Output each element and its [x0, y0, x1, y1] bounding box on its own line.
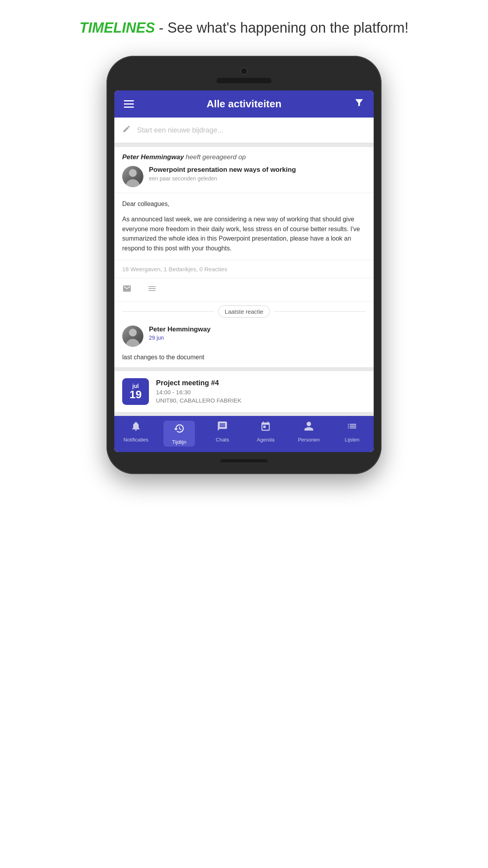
pencil-icon — [122, 125, 131, 136]
divider-right — [274, 311, 366, 312]
nav-label-chats: Chats — [216, 437, 229, 443]
new-post-placeholder: Start een nieuwe bijdrage... — [137, 126, 223, 134]
post-body: Dear colleagues, As announced last week,… — [114, 193, 374, 260]
nav-item-lijsten[interactable]: Lijsten — [336, 421, 368, 447]
person-icon — [303, 421, 314, 434]
post-stats: 18 Weergaven, 1 Bedankjes, 0 Reacties — [114, 260, 374, 278]
headline-text: - See what's happening on the platform! — [155, 20, 408, 36]
comment-text: last changes to the document — [114, 352, 374, 367]
list-action-icon[interactable] — [147, 284, 157, 296]
phone-shell: Alle activiteiten Start een nieuwe bijdr… — [106, 56, 382, 474]
nav-item-agenda[interactable]: Agenda — [250, 421, 281, 447]
activity-action: heeft gereageerd op — [184, 153, 246, 161]
post-body-paragraph1: Dear colleagues, — [122, 199, 366, 209]
phone-speaker — [216, 78, 272, 83]
event-date-box: jul 19 — [122, 378, 149, 405]
header-title: Alle activiteiten — [207, 98, 282, 110]
app-header: Alle activiteiten — [114, 90, 374, 118]
phone-camera — [240, 68, 248, 75]
avatar-image — [122, 166, 143, 187]
event-title: Project meeting #4 — [156, 379, 242, 387]
laatste-reactie-section: Laatste reactie — [114, 302, 374, 322]
activity-card: Peter Hemmingway heeft gereageerd op Pow… — [114, 147, 374, 367]
post-time: een paar seconden geleden — [149, 175, 296, 182]
history-icon — [174, 423, 185, 437]
commenter-avatar-image — [122, 326, 143, 347]
post-title: Powerpoint presentation new ways of work… — [149, 166, 296, 174]
activity-header: Peter Hemmingway heeft gereageerd op — [114, 147, 374, 166]
event-day: 19 — [129, 389, 141, 400]
bottom-nav: Notificaties Tijdlijn — [114, 416, 374, 452]
commenter-avatar — [122, 326, 143, 347]
laatste-reactie-badge: Laatste reactie — [218, 305, 270, 318]
event-time: 14:00 - 16:30 — [156, 389, 242, 395]
comment-date: 29 jun — [149, 335, 211, 341]
filter-icon[interactable] — [354, 97, 364, 110]
nav-label-tijdlijn: Tijdlijn — [172, 439, 186, 445]
comment-meta: Peter Hemmingway 29 jun — [149, 326, 211, 341]
phone-screen: Alle activiteiten Start een nieuwe bijdr… — [114, 90, 374, 452]
avatar — [122, 166, 143, 187]
divider-left — [122, 311, 214, 312]
event-details: Project meeting #4 14:00 - 16:30 UNIT80,… — [156, 379, 242, 404]
phone-bottom — [114, 459, 374, 462]
app-content: Start een nieuwe bijdrage... Peter Hemmi… — [114, 118, 374, 452]
phone-top — [114, 68, 374, 83]
nav-label-lijsten: Lijsten — [345, 437, 360, 443]
page-heading: TIMELINES - See what's happening on the … — [72, 16, 416, 40]
event-location: UNIT80, CABALLERO FABRIEK — [156, 397, 242, 404]
event-card[interactable]: jul 19 Project meeting #4 14:00 - 16:30 … — [114, 371, 374, 412]
chat-icon — [217, 421, 228, 434]
comment-author: Peter Hemmingway — [149, 326, 211, 333]
hamburger-menu-button[interactable] — [124, 100, 134, 108]
nav-label-notificaties: Notificaties — [123, 437, 149, 443]
brand-name: TIMELINES — [79, 20, 155, 36]
nav-label-agenda: Agenda — [257, 437, 275, 443]
post-meta: Powerpoint presentation new ways of work… — [149, 166, 296, 182]
nav-item-notificaties[interactable]: Notificaties — [120, 421, 152, 447]
new-post-bar[interactable]: Start een nieuwe bijdrage... — [114, 118, 374, 143]
comment-block: Peter Hemmingway 29 jun — [114, 322, 374, 352]
nav-item-personen[interactable]: Personen — [293, 421, 325, 447]
lists-icon — [347, 421, 358, 434]
post-body-paragraph2: As announced last week, we are consideri… — [122, 215, 366, 254]
envelope-icon[interactable] — [122, 284, 132, 296]
nav-item-tijdlijn[interactable]: Tijdlijn — [163, 421, 195, 447]
nav-label-personen: Personen — [298, 437, 320, 443]
calendar-icon — [260, 421, 271, 434]
nav-item-chats[interactable]: Chats — [207, 421, 238, 447]
bell-icon — [130, 421, 141, 434]
post-block: Powerpoint presentation new ways of work… — [114, 166, 374, 193]
phone-home-bar — [220, 459, 268, 462]
post-actions — [114, 278, 374, 302]
activity-actor: Peter Hemmingway — [122, 153, 184, 161]
